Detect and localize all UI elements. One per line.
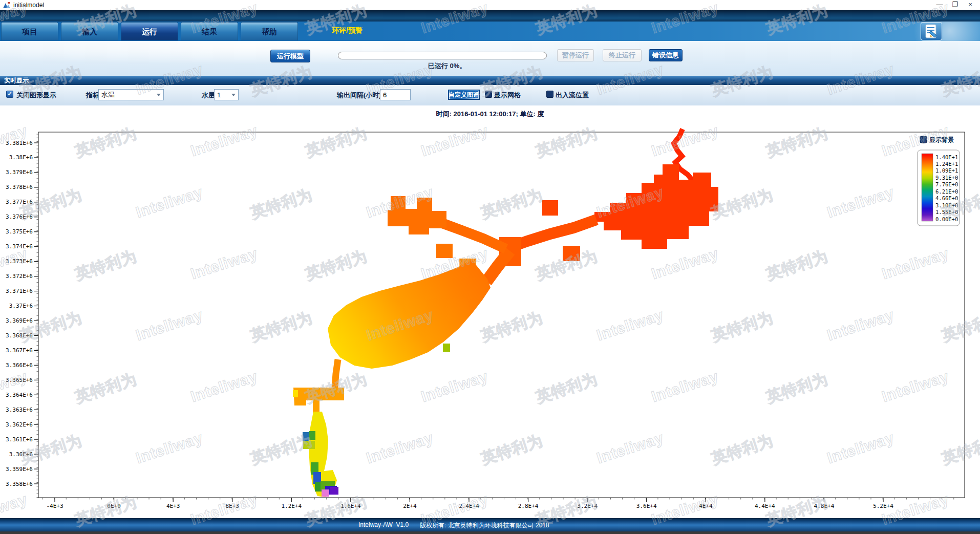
- x-tick-label: 5.2E+4: [873, 503, 893, 509]
- pause-button[interactable]: 暂停运行: [557, 49, 594, 61]
- stop-button[interactable]: 终止运行: [603, 49, 642, 61]
- chevron-down-icon: [157, 94, 161, 96]
- menu-tab-bar: 项目输入运行结果帮助 环评/预警: [0, 22, 980, 41]
- x-tick-label: 4.8E+4: [814, 503, 835, 509]
- map-region-lake-green-cell: [443, 344, 450, 352]
- x-tick-label: 4E+4: [699, 503, 713, 509]
- close-graph-label: 关闭图形显示: [16, 91, 56, 100]
- close-icon[interactable]: ×: [963, 0, 978, 10]
- copyright-text: 版权所有: 北京英特利为环境科技有限公司 2018: [420, 521, 549, 530]
- y-tick-label: 3.368E+6: [6, 332, 33, 339]
- app-version: Intelway-AW V1.0: [358, 521, 409, 528]
- app-window: initialmodel — ❐ × 项目输入运行结果帮助 环评/预警 运行模型…: [0, 0, 980, 534]
- y-tick-label: 3.369E+6: [6, 317, 33, 324]
- map-region-tail-bar-cell: [293, 390, 298, 397]
- y-tick-label: 3.372E+6: [6, 273, 33, 280]
- close-graph-checkbox[interactable]: [6, 91, 13, 98]
- map-region-cell-blue-2: [313, 472, 321, 484]
- y-tick-label: 3.363E+6: [6, 407, 33, 413]
- x-tick-label: -4E+3: [46, 503, 63, 509]
- y-tick-label: 3.365E+6: [6, 377, 33, 383]
- progress-text: 已运行 0%。: [428, 61, 466, 71]
- flow-position-checkbox[interactable]: [546, 91, 553, 98]
- tab-结果[interactable]: 结果: [181, 22, 238, 40]
- show-grid-label: 显示网格: [494, 91, 521, 100]
- map-region-block-above-channel: [542, 200, 558, 216]
- legend-value: 0.00E+0: [935, 216, 958, 222]
- status-bar: Intelway-AW V1.0 版权所有: 北京英特利为环境科技有限公司 20…: [0, 518, 980, 534]
- x-tick-label: 1.6E+4: [340, 503, 361, 509]
- x-tick-label: 0E+0: [107, 503, 121, 509]
- show-grid-checkbox[interactable]: [485, 91, 492, 98]
- run-toolbar: 运行模型 已运行 0%。 暂停运行 终止运行 错误信息: [0, 41, 980, 76]
- realtime-section-header: 实时显示: [0, 76, 980, 85]
- layer-select[interactable]: 1: [214, 89, 239, 100]
- map-region-tail-link: [335, 359, 338, 388]
- flow-position-label: 出入流位置: [556, 91, 589, 100]
- tab-运行[interactable]: 运行: [121, 22, 178, 40]
- title-bar: initialmodel — ❐ ×: [0, 0, 980, 10]
- indicator-value: 水温: [101, 90, 157, 99]
- map-region-cell-pink: [322, 489, 329, 497]
- map-region-cell-green-1: [309, 431, 315, 440]
- y-tick-label: 3.361E+6: [6, 436, 33, 443]
- legend-value: 4.66E+0: [935, 195, 958, 201]
- legend-colorbar: [922, 154, 933, 221]
- interval-input[interactable]: [380, 89, 411, 100]
- y-tick-label: 3.38E+6: [9, 154, 33, 161]
- y-tick-label: 3.371E+6: [6, 288, 33, 294]
- y-tick-label: 3.366E+6: [6, 362, 33, 369]
- indicator-select[interactable]: 水温: [98, 89, 164, 100]
- legend-value: 1.55E+0: [935, 209, 958, 215]
- interval-label: 输出间隔(小时): [337, 91, 381, 100]
- y-tick-label: 3.367E+6: [6, 347, 33, 354]
- legend-value: 1.09E+1: [935, 167, 958, 174]
- x-tick-label: 3.6E+4: [636, 503, 657, 509]
- window-title: initialmodel: [13, 2, 44, 9]
- ribbon-band: [0, 10, 980, 22]
- status-bar-strip: [0, 531, 980, 534]
- tab-帮助[interactable]: 帮助: [241, 22, 298, 40]
- y-tick-label: 3.381E+6: [6, 140, 33, 146]
- x-tick-label: 2E+4: [403, 503, 417, 509]
- legend-value: 9.31E+0: [935, 175, 958, 181]
- tab-env-warning[interactable]: 环评/预警: [332, 26, 363, 35]
- y-tick-label: 3.376E+6: [6, 213, 33, 220]
- x-tick-label: 2.8E+4: [518, 503, 539, 509]
- legend-value: 7.76E+0: [935, 181, 958, 187]
- app-icon: [3, 1, 11, 9]
- legend-value: 6.21E+0: [935, 188, 958, 195]
- map-region-left-spur: [436, 244, 453, 258]
- x-tick-label: 3.2E+4: [577, 503, 598, 509]
- run-model-button[interactable]: 运行模型: [270, 50, 310, 62]
- legend-value: 1.40E+1: [935, 154, 958, 160]
- y-tick-label: 3.377E+6: [6, 199, 33, 205]
- y-tick-label: 3.378E+6: [6, 184, 33, 190]
- show-background-label: 显示背景: [929, 136, 954, 143]
- map-region-block-below-channel: [563, 246, 580, 261]
- show-background-checkbox[interactable]: [920, 136, 927, 143]
- minimize-icon[interactable]: —: [932, 0, 947, 10]
- y-tick-label: 3.379E+6: [6, 169, 33, 176]
- layer-label: 水层: [202, 91, 215, 100]
- y-tick-label: 3.36E+6: [9, 451, 33, 458]
- x-tick-label: 8E+3: [225, 503, 239, 509]
- report-document-icon[interactable]: [921, 22, 942, 40]
- y-tick-label: 3.358E+6: [6, 481, 33, 487]
- custom-colormap-button[interactable]: 自定义图谱: [448, 90, 480, 100]
- x-tick-label: 2.4E+4: [459, 503, 479, 509]
- error-info-button[interactable]: 错误信息: [649, 49, 683, 61]
- x-tick-label: 4E+3: [166, 503, 180, 509]
- y-tick-label: 3.375E+6: [6, 228, 33, 235]
- tab-输入[interactable]: 输入: [61, 22, 118, 40]
- y-tick-label: 3.374E+6: [6, 243, 33, 250]
- restore-icon[interactable]: ❐: [947, 0, 963, 10]
- tab-项目[interactable]: 项目: [1, 22, 58, 40]
- legend-value: 3.10E+0: [935, 202, 958, 208]
- y-tick-label: 3.359E+6: [6, 466, 33, 473]
- progress-bar: [338, 52, 547, 59]
- y-tick-label: 3.364E+6: [6, 392, 33, 398]
- map-plot: 3.381E+63.38E+63.379E+63.378E+63.377E+63…: [0, 118, 980, 518]
- plot-frame: [38, 132, 965, 498]
- y-tick-label: 3.362E+6: [6, 421, 33, 428]
